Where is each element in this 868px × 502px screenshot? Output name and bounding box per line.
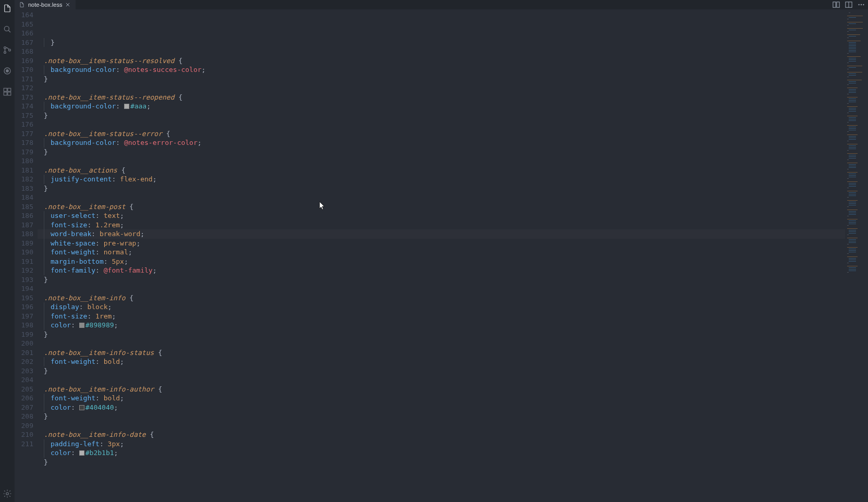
code-line[interactable]: font-weight: normal;: [38, 248, 845, 257]
minimap-line: [847, 144, 858, 144]
code-line[interactable]: [38, 339, 845, 348]
line-number: 178: [15, 138, 33, 148]
code-line[interactable]: [38, 421, 845, 431]
minimap-line: [849, 50, 856, 51]
code-line[interactable]: color: #b2b1b1;: [38, 448, 845, 458]
split-editor-icon[interactable]: [845, 1, 852, 8]
minimap-line: [849, 17, 856, 18]
code-line[interactable]: }: [38, 111, 845, 120]
code-line[interactable]: .note-box__item-status--reopened {: [38, 93, 845, 102]
extensions-icon[interactable]: [0, 85, 15, 98]
code-line[interactable]: [38, 284, 845, 293]
minimap-line: [849, 59, 856, 60]
minimap-line: [849, 239, 856, 240]
code-line[interactable]: .note-box__item-info-date {: [38, 430, 845, 439]
minimap-line: [849, 47, 856, 47]
code-line[interactable]: [38, 467, 845, 476]
code-line[interactable]: justify-content: flex-end;: [38, 175, 845, 184]
code-line[interactable]: [38, 156, 845, 166]
code-line[interactable]: [38, 83, 845, 93]
minimap-line: [849, 111, 856, 112]
tab-note-box-less[interactable]: note-box.less: [15, 0, 76, 9]
code-line[interactable]: padding-left: 3px;: [38, 439, 845, 449]
line-number: 190: [15, 248, 33, 257]
minimap-line: [847, 160, 849, 160]
minimap-line: [847, 56, 861, 57]
source-control-icon[interactable]: [0, 44, 15, 56]
minimap-line: [847, 266, 858, 266]
code-line[interactable]: background-color: @notes-succes-color;: [38, 65, 845, 75]
code-line[interactable]: }: [38, 412, 845, 421]
line-number: 203: [15, 366, 33, 376]
line-number: 165: [15, 20, 33, 29]
code-line[interactable]: }: [38, 330, 845, 339]
code-line[interactable]: [38, 375, 845, 385]
explorer-icon[interactable]: [0, 2, 15, 15]
code-line[interactable]: }: [38, 148, 845, 157]
code-line[interactable]: }: [38, 275, 845, 285]
line-number: 198: [15, 321, 33, 330]
minimap-line: [849, 258, 856, 259]
code-line[interactable]: }: [38, 38, 845, 47]
settings-gear-icon[interactable]: [0, 487, 15, 500]
code-line[interactable]: margin-bottom: 5px;: [38, 257, 845, 266]
code-line[interactable]: background-color: @notes-error-color;: [38, 138, 845, 148]
line-number: 170: [15, 65, 33, 75]
line-number: 199: [15, 330, 33, 339]
minimap-line: [849, 138, 856, 138]
more-actions-icon[interactable]: [858, 1, 865, 8]
minimap-line: [849, 61, 856, 62]
minimap-line: [847, 244, 849, 244]
code-line[interactable]: .note-box__item-info-status {: [38, 348, 845, 358]
code-line[interactable]: background-color: #aaa;: [38, 102, 845, 111]
code-editor[interactable]: }.note-box__item-status--resolved {backg…: [38, 9, 845, 502]
code-line[interactable]: color: #898989;: [38, 321, 845, 330]
code-line[interactable]: font-size: 1.2rem;: [38, 221, 845, 230]
code-line[interactable]: .note-box__item-post {: [38, 202, 845, 212]
minimap-line: [847, 28, 863, 29]
line-number: 183: [15, 184, 33, 193]
code-line[interactable]: .note-box__item-info {: [38, 293, 845, 303]
code-line[interactable]: }: [38, 458, 845, 467]
minimap-line: [849, 164, 856, 165]
minimap-line: [849, 205, 856, 205]
minimap-line: [849, 249, 856, 249]
code-line[interactable]: .note-box__item-info-author {: [38, 385, 845, 394]
code-line[interactable]: }: [38, 184, 845, 193]
code-line[interactable]: user-select: text;: [38, 211, 845, 221]
minimap-line: [847, 38, 849, 38]
code-line[interactable]: color: #404040;: [38, 403, 845, 412]
code-line[interactable]: display: block;: [38, 302, 845, 312]
svg-point-19: [861, 4, 862, 5]
code-line[interactable]: font-family: @font-family;: [38, 266, 845, 275]
code-line[interactable]: .note-box__item-status--resolved {: [38, 56, 845, 66]
minimap-line: [849, 186, 856, 187]
close-icon[interactable]: [65, 2, 70, 7]
minimap-line: [847, 263, 849, 263]
code-line[interactable]: word-break: break-word;: [38, 229, 845, 239]
svg-rect-15: [837, 2, 839, 8]
line-number-gutter[interactable]: 1641651661671681691701711721731741751761…: [15, 9, 38, 502]
code-line[interactable]: [38, 47, 845, 56]
code-line[interactable]: white-space: pre-wrap;: [38, 239, 845, 248]
line-number: 202: [15, 357, 33, 366]
minimap-line: [849, 156, 856, 157]
code-line[interactable]: [38, 193, 845, 202]
line-number: 189: [15, 239, 33, 248]
minimap[interactable]: [845, 9, 868, 502]
code-line[interactable]: font-size: 1rem;: [38, 312, 845, 321]
code-line[interactable]: }: [38, 75, 845, 84]
minimap-line: [847, 113, 849, 113]
line-number: 211: [15, 439, 33, 449]
code-line[interactable]: font-weight: bold;: [38, 394, 845, 403]
code-line[interactable]: }: [38, 366, 845, 376]
line-number: 174: [15, 102, 33, 111]
search-icon[interactable]: [0, 23, 15, 35]
compare-icon[interactable]: [833, 1, 840, 8]
debug-icon[interactable]: [0, 65, 15, 77]
code-line[interactable]: [38, 120, 845, 129]
code-line[interactable]: .note-box__actions {: [38, 166, 845, 175]
code-line[interactable]: font-weight: bold;: [38, 357, 845, 366]
code-line[interactable]: .note-box__item-status--error {: [38, 129, 845, 139]
minimap-line: [847, 94, 849, 94]
